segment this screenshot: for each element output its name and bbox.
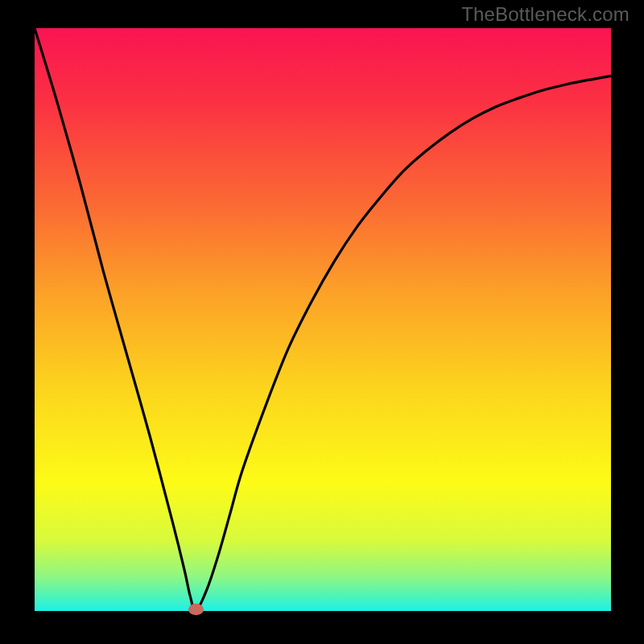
chart-container: TheBottleneck.com: [0, 0, 644, 644]
minimum-marker: [188, 604, 204, 615]
plot-background: [35, 28, 611, 611]
bottleneck-chart: [0, 0, 644, 644]
watermark-text: TheBottleneck.com: [461, 3, 630, 26]
